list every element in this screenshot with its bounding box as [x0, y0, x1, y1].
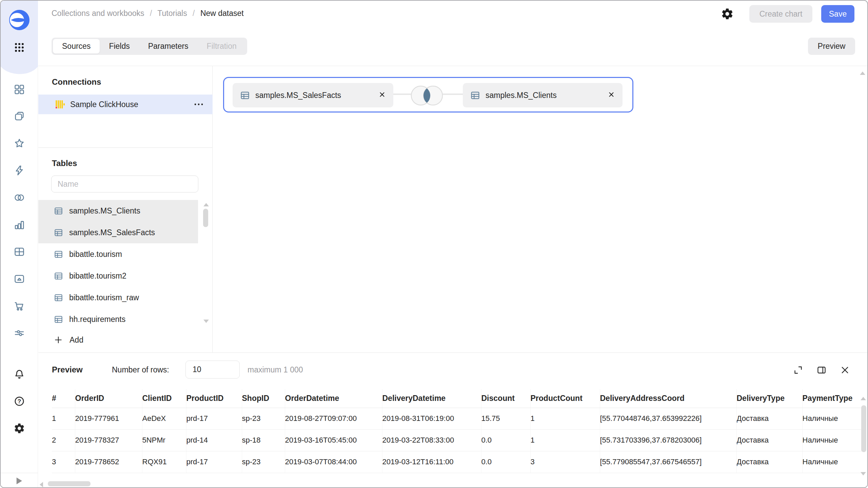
- remove-source-icon[interactable]: [378, 91, 386, 100]
- breadcrumb-tutorials[interactable]: Tutorials: [157, 9, 187, 18]
- connection-name: Sample ClickHouse: [70, 100, 138, 109]
- canvas-scroll-up[interactable]: [860, 72, 865, 75]
- preview-close-icon[interactable]: [840, 365, 850, 377]
- breadcrumb-current: New dataset: [200, 9, 244, 18]
- preview-split-view-icon[interactable]: [816, 365, 827, 377]
- table-search-input[interactable]: [51, 176, 198, 192]
- col-header: ShopID: [242, 389, 285, 408]
- table-item-tourism-raw[interactable]: bibattle.tourism_raw: [38, 287, 198, 308]
- preview-table-wrap: # OrderID ClientID ProductID ShopID Orde…: [52, 389, 863, 486]
- tab-sources[interactable]: Sources: [53, 39, 100, 54]
- table-icon: [54, 271, 63, 281]
- table-name: hh.requirements: [69, 315, 125, 324]
- preview-toggle-button[interactable]: Preview: [808, 38, 855, 55]
- notifications-bell-icon[interactable]: [1, 368, 38, 381]
- preview-vscrollbar-thumb[interactable]: [861, 405, 866, 452]
- table-item-hh-requirements[interactable]: hh.requirements: [38, 308, 198, 330]
- cell: prd-17: [186, 408, 242, 429]
- cell: RQX91: [142, 451, 186, 473]
- tables-scroll-up[interactable]: [203, 203, 209, 206]
- join-group[interactable]: samples.MS_SalesFacts samples.MS_Clients: [223, 77, 633, 113]
- breadcrumb-separator: /: [150, 9, 152, 18]
- cell: Доставка: [736, 429, 802, 451]
- table-icon: [54, 228, 63, 237]
- tab-filtration[interactable]: Filtration: [198, 39, 246, 54]
- connections-venn-icon[interactable]: [1, 191, 38, 204]
- marketplace-cart-icon[interactable]: [1, 300, 38, 312]
- breadcrumb-collections[interactable]: Collections and workbooks: [52, 9, 144, 18]
- table-name: samples.MS_SalesFacts: [69, 228, 155, 237]
- tables-list: samples.MS_Clients samples.MS_SalesFacts…: [38, 200, 213, 330]
- cell: 2019-777961: [75, 408, 142, 429]
- help-question-icon[interactable]: ?: [1, 395, 38, 407]
- dashboards-icon[interactable]: [1, 83, 38, 96]
- sources-side-panel: Connections Sample ClickHouse Tables sam…: [38, 66, 213, 352]
- rows-max-hint: maximum 1 000: [248, 365, 303, 374]
- table-item-tourism[interactable]: bibattle.tourism: [38, 243, 198, 265]
- apps-grid-icon[interactable]: [1, 41, 38, 54]
- settings-gear-icon[interactable]: [1, 422, 38, 434]
- table-row: 3 2019-778652 RQX91 prd-17 sp-23 2019-03…: [52, 451, 863, 473]
- source-pill-salesfacts[interactable]: samples.MS_SalesFacts: [233, 83, 393, 107]
- dataset-settings-gear-icon[interactable]: [721, 7, 734, 20]
- tables-scrollbar-thumb[interactable]: [203, 209, 208, 227]
- table-row: 2 2019-778327 5NPMr prd-14 sp-18 2019-03…: [52, 429, 863, 451]
- cell: Наличные: [802, 451, 863, 473]
- cell: 0.0: [481, 451, 530, 473]
- tables-scroll-down[interactable]: [203, 320, 209, 323]
- table-item-ms-clients[interactable]: samples.MS_Clients: [38, 200, 198, 222]
- collections-icon[interactable]: [1, 110, 38, 122]
- col-header: #: [52, 389, 75, 408]
- cell: 1: [530, 408, 600, 429]
- join-type-icon[interactable]: [407, 84, 447, 109]
- rows-count-label: Number of rows:: [112, 365, 169, 374]
- tab-parameters[interactable]: Parameters: [139, 39, 198, 54]
- col-header: DeliveryType: [736, 389, 802, 408]
- rail-expand-icon[interactable]: [14, 476, 24, 487]
- rows-count-input[interactable]: [185, 361, 240, 379]
- preview-hscroll-left[interactable]: [40, 482, 43, 487]
- col-header: OrderID: [75, 389, 142, 408]
- source-pill-clients[interactable]: samples.MS_Clients: [463, 83, 623, 107]
- table-item-tourism2[interactable]: bibattle.tourism2: [38, 265, 198, 287]
- cell: sp-23: [242, 451, 285, 473]
- remove-source-icon[interactable]: [608, 91, 615, 100]
- col-header: Discount: [481, 389, 530, 408]
- cell: [55.779085547,37.667546557]: [600, 451, 736, 473]
- cell: 0.0: [481, 429, 530, 451]
- cell: sp-18: [242, 429, 285, 451]
- storage-folder-icon[interactable]: [1, 273, 38, 285]
- col-header: PaymentType: [802, 389, 863, 408]
- settings-sliders-icon[interactable]: [1, 327, 38, 339]
- connection-menu-icon[interactable]: [194, 101, 204, 107]
- preview-vscroll-up[interactable]: [861, 397, 866, 400]
- cell: prd-14: [186, 429, 242, 451]
- cell: Доставка: [736, 451, 802, 473]
- tab-fields[interactable]: Fields: [100, 39, 139, 54]
- cell: 2019-03-07T08:44:00: [285, 451, 382, 473]
- tables-title: Tables: [52, 159, 77, 168]
- preview-table: # OrderID ClientID ProductID ShopID Orde…: [52, 389, 863, 473]
- add-table-button[interactable]: Add: [54, 329, 83, 350]
- preview-hscrollbar-thumb[interactable]: [48, 481, 91, 486]
- preview-expand-icon[interactable]: [793, 365, 803, 377]
- left-rail: ?: [1, 1, 38, 487]
- table-icon: [54, 206, 63, 216]
- app-window: ? Collections and workbooks / Tutorials …: [0, 0, 868, 488]
- table-item-ms-salesfacts[interactable]: samples.MS_SalesFacts: [38, 222, 198, 243]
- col-header: ClientID: [142, 389, 186, 408]
- connection-item-sample-clickhouse[interactable]: Sample ClickHouse: [38, 95, 213, 114]
- cell: 2019-03-12T16:11:00: [382, 451, 481, 473]
- dashboards-grid-icon[interactable]: [1, 246, 38, 258]
- datalens-logo[interactable]: [1, 10, 38, 30]
- preview-title: Preview: [52, 365, 83, 374]
- preview-vscroll-down[interactable]: [861, 472, 866, 475]
- favorites-star-icon[interactable]: [1, 137, 38, 149]
- cell: 3: [52, 451, 75, 473]
- col-header: OrderDatetime: [285, 389, 382, 408]
- charts-bars-icon[interactable]: [1, 219, 38, 231]
- save-button[interactable]: Save: [821, 5, 854, 23]
- editor-bolt-icon[interactable]: [1, 164, 38, 177]
- create-chart-button[interactable]: Create chart: [749, 5, 812, 23]
- preview-panel: Preview Number of rows: maximum 1 000 #: [38, 352, 868, 488]
